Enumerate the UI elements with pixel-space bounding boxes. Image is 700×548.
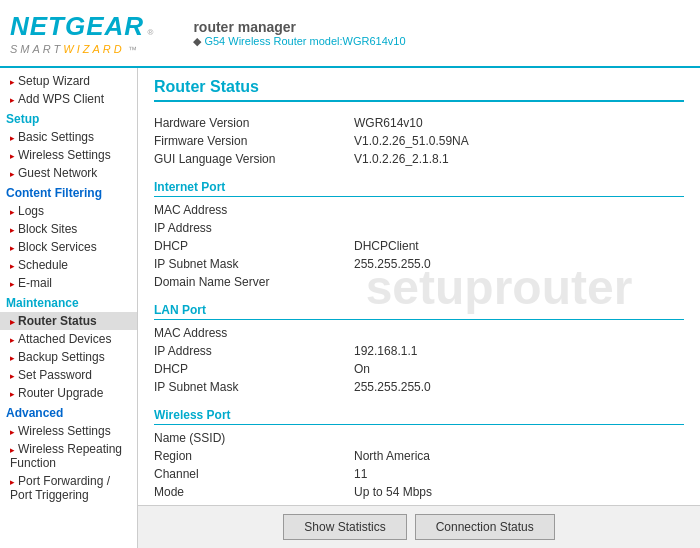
lan-ip-row: IP Address 192.168.1.1 bbox=[154, 342, 684, 360]
router-info: router manager ◆ G54 Wireless Router mod… bbox=[193, 19, 405, 48]
lan-dhcp-value: On bbox=[354, 362, 370, 376]
wireless-channel-label: Channel bbox=[154, 467, 354, 481]
wireless-mode-row: Mode Up to 54 Mbps bbox=[154, 483, 684, 501]
internet-port-header: Internet Port bbox=[154, 180, 684, 197]
internet-dns-row: Domain Name Server bbox=[154, 273, 684, 291]
smart-wizard-logo: SMARTWIZARD ™ bbox=[10, 42, 153, 56]
internet-mac-label: MAC Address bbox=[154, 203, 354, 217]
logo-netgear-text: NETGEAR bbox=[10, 11, 144, 41]
sidebar-item-block-services[interactable]: Block Services bbox=[0, 238, 137, 256]
router-model: ◆ G54 Wireless Router model:WGR614v10 bbox=[193, 35, 405, 48]
sidebar-section-setup: Setup bbox=[0, 108, 137, 128]
connection-status-button[interactable]: Connection Status bbox=[415, 514, 555, 540]
wireless-channel-value: 11 bbox=[354, 467, 367, 481]
wireless-region-value: North America bbox=[354, 449, 430, 463]
lan-ip-value: 192.168.1.1 bbox=[354, 344, 417, 358]
wireless-ssid-label: Name (SSID) bbox=[154, 431, 354, 445]
internet-subnet-label: IP Subnet Mask bbox=[154, 257, 354, 271]
content-area: setuprouter Router Status Hardware Versi… bbox=[138, 68, 700, 505]
internet-dns-label: Domain Name Server bbox=[154, 275, 354, 289]
sidebar-item-router-status[interactable]: Router Status bbox=[0, 312, 137, 330]
wireless-ap-label: Wireless AP bbox=[154, 503, 354, 505]
firmware-version-row: Firmware Version V1.0.2.26_51.0.59NA bbox=[154, 132, 684, 150]
sidebar-section-maintenance: Maintenance bbox=[0, 292, 137, 312]
wireless-mode-label: Mode bbox=[154, 485, 354, 499]
sidebar-item-backup-settings[interactable]: Backup Settings bbox=[0, 348, 137, 366]
gui-version-value: V1.0.2.26_2.1.8.1 bbox=[354, 152, 449, 166]
sidebar-section-content-filtering: Content Filtering bbox=[0, 182, 137, 202]
lan-subnet-row: IP Subnet Mask 255.255.255.0 bbox=[154, 378, 684, 396]
router-manager-label: router manager bbox=[193, 19, 405, 35]
internet-ip-label: IP Address bbox=[154, 221, 354, 235]
lan-mac-label: MAC Address bbox=[154, 326, 354, 340]
sidebar-section-advanced: Advanced bbox=[0, 402, 137, 422]
sidebar-item-basic-settings[interactable]: Basic Settings bbox=[0, 128, 137, 146]
hardware-version-row: Hardware Version WGR614v10 bbox=[154, 114, 684, 132]
sidebar-item-attached-devices[interactable]: Attached Devices bbox=[0, 330, 137, 348]
internet-port-section: Internet Port MAC Address IP Address DHC… bbox=[154, 180, 684, 291]
logo-smart-text: SMART bbox=[10, 43, 63, 55]
lan-mac-row: MAC Address bbox=[154, 324, 684, 342]
sidebar-item-add-wps-client[interactable]: Add WPS Client bbox=[0, 90, 137, 108]
lan-port-section: LAN Port MAC Address IP Address 192.168.… bbox=[154, 303, 684, 396]
sidebar-item-logs[interactable]: Logs bbox=[0, 202, 137, 220]
wireless-ssid-row: Name (SSID) bbox=[154, 429, 684, 447]
router-model-number: model:WGR614v10 bbox=[310, 35, 406, 47]
sidebar-item-port-forwarding[interactable]: Port Forwarding / Port Triggering bbox=[0, 472, 137, 504]
internet-dhcp-row: DHCP DHCPClient bbox=[154, 237, 684, 255]
lan-subnet-label: IP Subnet Mask bbox=[154, 380, 354, 394]
trademark: ® bbox=[147, 28, 153, 37]
lan-ip-label: IP Address bbox=[154, 344, 354, 358]
internet-dhcp-value: DHCPClient bbox=[354, 239, 419, 253]
sidebar-item-set-password[interactable]: Set Password bbox=[0, 366, 137, 384]
logo-wizard-text: WIZARD bbox=[63, 43, 124, 55]
main-layout: Setup Wizard Add WPS Client Setup Basic … bbox=[0, 68, 700, 548]
wireless-region-label: Region bbox=[154, 449, 354, 463]
show-statistics-button[interactable]: Show Statistics bbox=[283, 514, 406, 540]
lan-subnet-value: 255.255.255.0 bbox=[354, 380, 431, 394]
lan-dhcp-row: DHCP On bbox=[154, 360, 684, 378]
lan-port-header: LAN Port bbox=[154, 303, 684, 320]
sidebar-item-guest-network[interactable]: Guest Network bbox=[0, 164, 137, 182]
trademark2: ™ bbox=[128, 45, 137, 55]
footer: Show Statistics Connection Status bbox=[138, 505, 700, 548]
lan-dhcp-label: DHCP bbox=[154, 362, 354, 376]
hardware-version-value: WGR614v10 bbox=[354, 116, 423, 130]
sidebar-item-block-sites[interactable]: Block Sites bbox=[0, 220, 137, 238]
internet-subnet-row: IP Subnet Mask 255.255.255.0 bbox=[154, 255, 684, 273]
firmware-version-label: Firmware Version bbox=[154, 134, 354, 148]
gui-version-label: GUI Language Version bbox=[154, 152, 354, 166]
wireless-ap-value: On bbox=[354, 503, 370, 505]
internet-ip-row: IP Address bbox=[154, 219, 684, 237]
wireless-channel-row: Channel 11 bbox=[154, 465, 684, 483]
sidebar-item-wireless-settings-setup[interactable]: Wireless Settings bbox=[0, 146, 137, 164]
sidebar-item-wireless-repeating[interactable]: Wireless Repeating Function bbox=[0, 440, 137, 472]
wireless-port-section: Wireless Port Name (SSID) Region North A… bbox=[154, 408, 684, 505]
sidebar-item-email[interactable]: E-mail bbox=[0, 274, 137, 292]
router-model-g54: G54 Wireless Router bbox=[204, 35, 306, 47]
sidebar-item-wireless-settings-adv[interactable]: Wireless Settings bbox=[0, 422, 137, 440]
wireless-region-row: Region North America bbox=[154, 447, 684, 465]
hardware-info-section: Hardware Version WGR614v10 Firmware Vers… bbox=[154, 114, 684, 168]
hardware-version-label: Hardware Version bbox=[154, 116, 354, 130]
wireless-ap-row: Wireless AP On bbox=[154, 501, 684, 505]
sidebar-item-router-upgrade[interactable]: Router Upgrade bbox=[0, 384, 137, 402]
internet-subnet-value: 255.255.255.0 bbox=[354, 257, 431, 271]
firmware-version-value: V1.0.2.26_51.0.59NA bbox=[354, 134, 469, 148]
netgear-logo: NETGEAR ® bbox=[10, 11, 153, 42]
sidebar-item-schedule[interactable]: Schedule bbox=[0, 256, 137, 274]
gui-version-row: GUI Language Version V1.0.2.26_2.1.8.1 bbox=[154, 150, 684, 168]
sidebar: Setup Wizard Add WPS Client Setup Basic … bbox=[0, 68, 138, 548]
header: NETGEAR ® SMARTWIZARD ™ router manager ◆… bbox=[0, 0, 700, 68]
internet-mac-row: MAC Address bbox=[154, 201, 684, 219]
content-wrapper: setuprouter Router Status Hardware Versi… bbox=[138, 68, 700, 548]
page-title: Router Status bbox=[154, 78, 684, 102]
wireless-mode-value: Up to 54 Mbps bbox=[354, 485, 432, 499]
wireless-port-header: Wireless Port bbox=[154, 408, 684, 425]
logo-area: NETGEAR ® SMARTWIZARD ™ bbox=[10, 11, 153, 56]
sidebar-item-setup-wizard[interactable]: Setup Wizard bbox=[0, 72, 137, 90]
internet-dhcp-label: DHCP bbox=[154, 239, 354, 253]
